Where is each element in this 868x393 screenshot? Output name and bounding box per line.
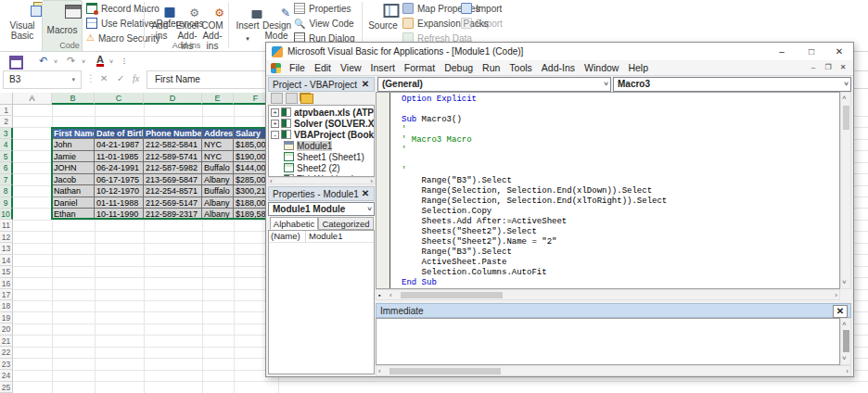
- table-cell[interactable]: Daniel: [52, 197, 95, 209]
- vbe-menu-tools[interactable]: Tools: [504, 62, 537, 73]
- vbe-menu-file[interactable]: File: [285, 62, 310, 73]
- table-cell[interactable]: 212-582-5841: [144, 139, 202, 150]
- row-header-21[interactable]: 21: [0, 336, 13, 347]
- scrollbar-thumb[interactable]: [389, 368, 501, 374]
- view-code-tool-icon[interactable]: [271, 93, 283, 104]
- table-cell[interactable]: 213-569-5847: [144, 174, 202, 185]
- project-item-atpvbaen-xls-atpvbaen[interactable]: +atpvbaen.xls (ATPVBAEN: [269, 107, 375, 118]
- scroll-right-icon[interactable]: ›: [846, 367, 849, 376]
- vbe-title-bar[interactable]: Microsoft Visual Basic for Applications …: [266, 43, 853, 61]
- visual-basic-button[interactable]: Visual Basic: [4, 0, 41, 50]
- immediate-panel-header[interactable]: Immediate ✕: [376, 303, 851, 318]
- table-cell[interactable]: 11-01-1985: [95, 151, 144, 162]
- vbe-menu-run[interactable]: Run: [478, 62, 504, 73]
- table-header-cell[interactable]: First Name: [52, 128, 95, 139]
- row-header-10[interactable]: 10: [0, 209, 13, 220]
- scrollbar-thumb[interactable]: [401, 292, 503, 298]
- project-item-solver-solver-xlam-[interactable]: +Solver (SOLVER.XLAM): [269, 118, 375, 129]
- project-close-icon[interactable]: ✕: [359, 79, 372, 90]
- expand-icon[interactable]: +: [271, 108, 279, 117]
- vbe-menu-edit[interactable]: Edit: [310, 62, 336, 73]
- row-header-24[interactable]: 24: [0, 370, 13, 381]
- scroll-up-icon[interactable]: ˄: [842, 320, 847, 329]
- row-header-25[interactable]: 25: [0, 382, 13, 393]
- property-value[interactable]: Module1: [306, 231, 374, 243]
- row-header-14[interactable]: 14: [0, 255, 13, 266]
- properties-grid[interactable]: (Name)Module1: [268, 230, 375, 374]
- project-hscrollbar[interactable]: ‹ ›: [268, 177, 375, 184]
- row-header-5[interactable]: 5: [0, 151, 13, 162]
- column-header-A[interactable]: A: [13, 93, 52, 105]
- row-header-7[interactable]: 7: [0, 174, 13, 185]
- vbe-menu-debug[interactable]: Debug: [440, 62, 478, 73]
- scroll-left-icon[interactable]: ‹: [389, 291, 392, 300]
- font-color-button[interactable]: A: [96, 55, 104, 67]
- code-object-dropdown[interactable]: (General) ˅: [377, 77, 611, 92]
- immediate-vscrollbar[interactable]: ˄ ˅: [840, 318, 851, 365]
- save-button[interactable]: [9, 56, 23, 71]
- table-cell[interactable]: Jamie: [52, 151, 95, 162]
- table-cell[interactable]: 212-589-5741: [144, 151, 202, 162]
- project-panel-header[interactable]: Project - VBAProject ✕: [268, 77, 375, 92]
- column-header-C[interactable]: C: [95, 93, 144, 105]
- table-cell[interactable]: Albany: [202, 197, 234, 209]
- table-cell[interactable]: 10-11-1990: [95, 209, 144, 220]
- vbe-menu-format[interactable]: Format: [400, 62, 440, 73]
- font-color-dropdown[interactable]: ˅: [109, 58, 113, 65]
- table-cell[interactable]: 06-17-1975: [95, 174, 144, 185]
- row-header-15[interactable]: 15: [0, 266, 13, 277]
- table-header-cell[interactable]: Phone Number: [144, 128, 202, 139]
- row-header-16[interactable]: 16: [0, 278, 13, 289]
- table-cell[interactable]: NYC: [202, 151, 234, 162]
- insert-control-button[interactable]: Insert ▾: [234, 0, 262, 50]
- table-cell[interactable]: 212-587-5982: [144, 162, 202, 173]
- row-header-23[interactable]: 23: [0, 359, 13, 370]
- table-cell[interactable]: 01-11-1988: [95, 197, 144, 209]
- row-header-1[interactable]: 1: [0, 105, 13, 116]
- scroll-right-icon[interactable]: ›: [370, 177, 373, 186]
- scrollbar-thumb[interactable]: [843, 106, 849, 130]
- code-hscrollbar[interactable]: ▪ ‹ ›: [376, 289, 840, 300]
- vbe-minimize-button[interactable]: –: [772, 44, 792, 58]
- table-header-cell[interactable]: Date of Birth: [95, 128, 144, 139]
- undo-dropdown[interactable]: ˅: [54, 58, 57, 65]
- scroll-down-icon[interactable]: ˅: [842, 278, 847, 287]
- table-cell[interactable]: 06-24-1991: [95, 162, 144, 173]
- table-cell[interactable]: Buffalo: [202, 162, 234, 173]
- scroll-right-icon[interactable]: ›: [835, 291, 837, 300]
- immediate-close-icon[interactable]: ✕: [833, 305, 848, 318]
- row-header-19[interactable]: 19: [0, 312, 13, 323]
- undo-button[interactable]: ↶: [39, 55, 47, 67]
- toggle-folders-icon[interactable]: [300, 94, 313, 104]
- row-header-18[interactable]: 18: [0, 300, 13, 311]
- child-minimize-button[interactable]: –: [807, 62, 820, 73]
- table-cell[interactable]: JOHN: [52, 162, 95, 173]
- row-header-3[interactable]: 3: [0, 128, 13, 139]
- row-header-9[interactable]: 9: [0, 197, 13, 209]
- table-cell[interactable]: Jacob: [52, 174, 95, 185]
- project-item-sheet2-2-[interactable]: Sheet2 (2): [269, 162, 375, 173]
- properties-object-selector[interactable]: Module1 Module ˅: [268, 202, 375, 216]
- expand-icon[interactable]: +: [271, 120, 279, 128]
- enter-button[interactable]: ✓: [117, 73, 124, 83]
- properties-panel-header[interactable]: Properties - Module1 ✕: [268, 186, 375, 201]
- export-button[interactable]: Export: [461, 17, 503, 30]
- table-header-cell[interactable]: Address: [202, 128, 234, 139]
- table-cell[interactable]: Albany: [202, 209, 234, 220]
- vbe-menu-addins[interactable]: Add-Ins: [537, 62, 580, 73]
- table-cell[interactable]: 212-589-2317: [144, 209, 202, 220]
- table-cell[interactable]: 04-21-1987: [95, 139, 144, 150]
- table-cell[interactable]: Buffalo: [202, 185, 234, 196]
- table-cell[interactable]: 10-12-1970: [95, 185, 144, 196]
- row-header-20[interactable]: 20: [0, 323, 13, 335]
- row-header-13[interactable]: 13: [0, 243, 13, 254]
- name-box-dropdown-icon[interactable]: ▾: [71, 71, 75, 88]
- child-close-button[interactable]: ✕: [836, 62, 849, 73]
- properties-button[interactable]: Properties: [294, 2, 351, 15]
- view-object-tool-icon[interactable]: [286, 93, 298, 104]
- cancel-button[interactable]: ✕: [100, 73, 108, 83]
- redo-button[interactable]: ↷: [67, 55, 75, 67]
- project-item-vbaproject-book1-[interactable]: -VBAProject (Book1): [269, 129, 375, 140]
- insert-function-button[interactable]: fx: [133, 73, 139, 83]
- row-header-12[interactable]: 12: [0, 232, 13, 243]
